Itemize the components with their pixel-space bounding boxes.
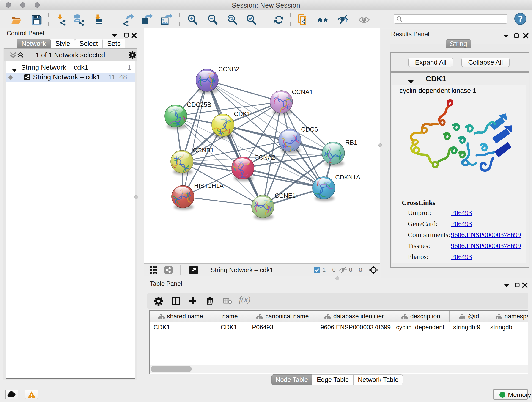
svg-text:RB1: RB1 <box>345 139 357 146</box>
svg-text:?: ? <box>518 14 523 23</box>
svg-text:CCNB2: CCNB2 <box>218 66 239 73</box>
svg-text:CDC25B: CDC25B <box>187 101 211 108</box>
svg-text:CDC6: CDC6 <box>301 126 318 133</box>
svg-text:CCNA1: CCNA1 <box>292 89 313 95</box>
svg-text:CCNA2: CCNA2 <box>254 154 275 161</box>
svg-text:CCNB1: CCNB1 <box>193 147 214 154</box>
svg-text:CDKN1A: CDKN1A <box>335 174 360 181</box>
svg-text:HIST1H1A: HIST1H1A <box>194 182 224 189</box>
svg-text:CCNE1: CCNE1 <box>275 192 296 199</box>
svg-text:CDK1: CDK1 <box>234 110 250 117</box>
